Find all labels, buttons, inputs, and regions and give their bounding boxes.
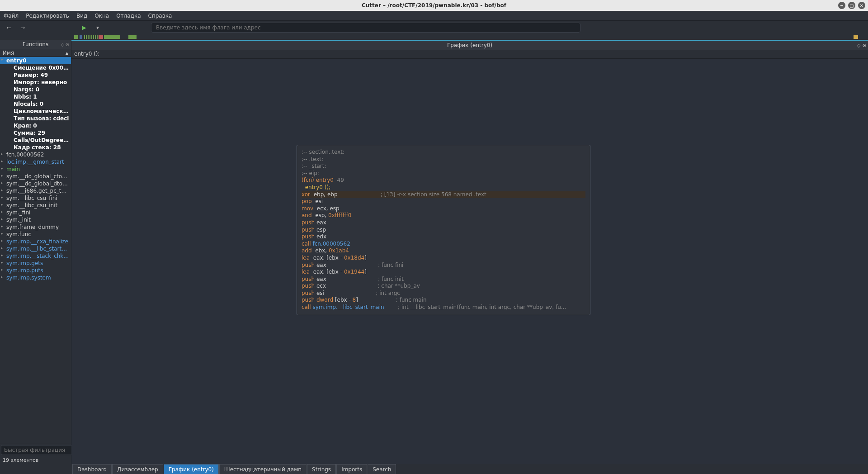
graph-panel-title: График (entry0) ◇ ⊗ (71, 41, 868, 50)
menu-view[interactable]: Вид (76, 13, 87, 19)
function-item[interactable]: ▸sym.__do_global_dtors_aux (0, 180, 71, 187)
bottom-tabs: Dashboard Дизассемблер График (entry0) Ш… (0, 464, 868, 474)
menubar: Файл Редактировать Вид Окна Отладка Спра… (0, 11, 868, 21)
filter-row: X (0, 444, 71, 456)
function-item[interactable]: ▸loc.imp.__gmon_start (0, 158, 71, 166)
function-detail: Nargs: 0 (0, 86, 71, 93)
sort-arrow-icon: ▴ (66, 50, 68, 56)
function-detail: Цикломатическая с... (0, 108, 71, 115)
graph-panel: График (entry0) ◇ ⊗ entry0 (); ;-- secti… (71, 40, 868, 464)
function-detail: Импорт: неверно (0, 79, 71, 86)
function-item[interactable]: ▸sym.imp.__cxa_finalize (0, 238, 71, 245)
flag-address-input[interactable] (151, 23, 580, 33)
functions-tree[interactable]: ▾entry0 Смещение 0x00000... Размер: 49 И… (0, 57, 71, 444)
graph-title-label: График (entry0) (447, 42, 492, 48)
function-item[interactable]: ▸sym.__libc_csu_fini (0, 194, 71, 202)
window-title: Cutter – /root/CTF/2019/pwnable.kr/03 - … (362, 2, 506, 9)
functions-panel-title: Functions ◇ ⊗ (0, 40, 71, 49)
functions-column-header[interactable]: Имя ▴ (0, 49, 71, 57)
panel-undock-icon[interactable]: ◇ (61, 42, 65, 47)
window-controls: ‒ ▢ ✕ (838, 2, 865, 9)
function-item[interactable]: ▸sym.imp.puts (0, 267, 71, 274)
minimize-icon[interactable]: ‒ (838, 2, 845, 9)
function-item[interactable]: ▸sym.frame_dummy (0, 223, 71, 231)
menu-edit[interactable]: Редактировать (26, 13, 69, 19)
menu-help[interactable]: Справка (148, 13, 172, 19)
back-icon[interactable]: ← (4, 22, 14, 33)
menu-debug[interactable]: Отладка (116, 13, 141, 19)
panel-close-icon[interactable]: ⊗ (66, 42, 69, 47)
forward-icon[interactable]: → (17, 22, 28, 33)
function-detail: Nlocals: 0 (0, 100, 71, 108)
tab-imports[interactable]: Imports (336, 464, 367, 474)
function-item[interactable]: ▸sym.__i686.get_pc_thunk.bx (0, 187, 71, 194)
toolbar: ← → ▶ ▾ (0, 21, 868, 34)
graph-function-label: entry0 (); (71, 50, 868, 59)
tab-strings[interactable]: Strings (307, 464, 336, 474)
functions-title-label: Functions (23, 41, 48, 47)
functions-panel: Functions ◇ ⊗ Имя ▴ ▾entry0 Смещение 0x0… (0, 40, 71, 464)
function-item[interactable]: ▸sym.imp.system (0, 274, 71, 281)
function-item-entry0[interactable]: ▾entry0 (0, 57, 71, 64)
overview-strip[interactable] (2, 34, 866, 40)
play-icon[interactable]: ▶ (79, 22, 90, 33)
function-detail: Размер: 49 (0, 71, 71, 79)
main-area: Functions ◇ ⊗ Имя ▴ ▾entry0 Смещение 0x0… (0, 40, 868, 464)
column-name-label: Имя (3, 50, 14, 56)
panel-close-icon[interactable]: ⊗ (863, 43, 866, 48)
function-detail: Сумма: 29 (0, 129, 71, 137)
function-item[interactable]: ▸main (0, 166, 71, 173)
graph-node-entry0[interactable]: ;-- section..text: ;-- .text: ;-- _start… (297, 145, 590, 315)
tab-dashboard[interactable]: Dashboard (72, 464, 112, 474)
function-item[interactable]: ▸sym.imp.__stack_chk_fail (0, 252, 71, 260)
function-detail: Тип вызова: cdecl (0, 115, 71, 122)
tab-hexdump[interactable]: Шестнадцатеричный дамп (219, 464, 307, 474)
function-detail: Края: 0 (0, 122, 71, 129)
function-item[interactable]: ▸sym.__libc_csu_init (0, 202, 71, 209)
function-item[interactable]: ▸sym.imp.__libc_start_main (0, 245, 71, 252)
function-detail: Calls/OutDegree: 2 (0, 137, 71, 144)
function-item[interactable]: ▸sym._fini (0, 209, 71, 216)
tab-disassembler[interactable]: Дизассемблер (112, 464, 163, 474)
play-dropdown-icon[interactable]: ▾ (92, 22, 103, 33)
menu-windows[interactable]: Окна (94, 13, 109, 19)
function-item[interactable]: ▸sym.__do_global_ctors_aux (0, 173, 71, 180)
titlebar: Cutter – /root/CTF/2019/pwnable.kr/03 - … (0, 0, 868, 11)
function-detail: Кадр стека: 28 (0, 144, 71, 151)
function-item[interactable]: ▸sym.func (0, 231, 71, 238)
graph-canvas[interactable]: ;-- section..text: ;-- .text: ;-- _start… (71, 59, 868, 464)
close-icon[interactable]: ✕ (858, 2, 865, 9)
menu-file[interactable]: Файл (4, 13, 19, 19)
functions-status: 19 элементов (0, 456, 71, 464)
maximize-icon[interactable]: ▢ (848, 2, 855, 9)
function-detail: Nbbs: 1 (0, 93, 71, 100)
function-item[interactable]: ▸fcn.00000562 (0, 151, 71, 158)
function-item[interactable]: ▸sym.imp.gets (0, 260, 71, 267)
function-item[interactable]: ▸sym._init (0, 216, 71, 223)
tab-graph[interactable]: График (entry0) (164, 464, 219, 474)
quick-filter-input[interactable] (1, 445, 75, 455)
tab-search[interactable]: Search (368, 464, 396, 474)
panel-undock-icon[interactable]: ◇ (857, 43, 861, 48)
function-detail: Смещение 0x00000... (0, 64, 71, 71)
